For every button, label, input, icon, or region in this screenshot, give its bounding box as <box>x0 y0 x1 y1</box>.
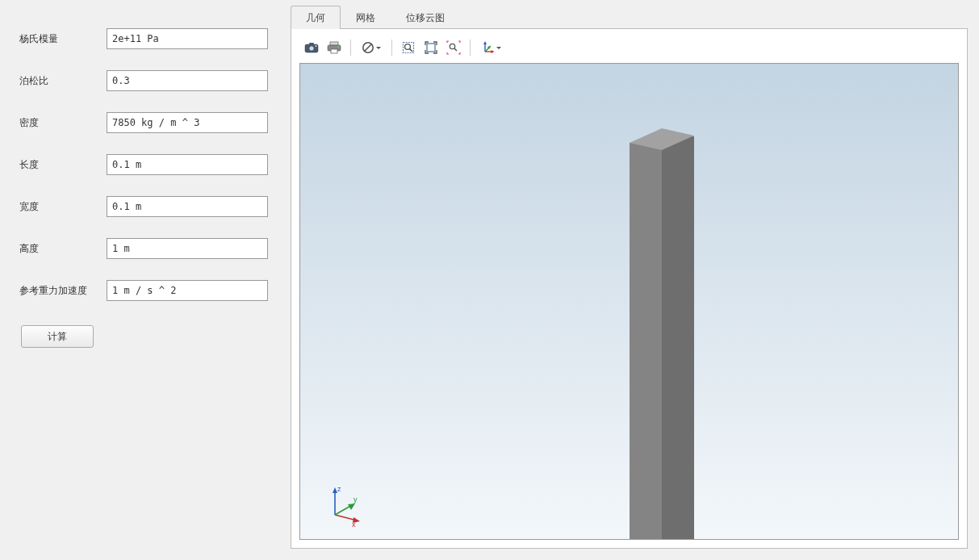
svg-rect-6 <box>331 49 337 53</box>
svg-point-7 <box>337 46 339 48</box>
no-entry-icon <box>362 41 374 54</box>
view-container: z x y <box>291 28 968 549</box>
axis-y-label: y <box>354 495 358 504</box>
label-length: 长度 <box>19 158 107 172</box>
svg-marker-17 <box>483 41 487 44</box>
zoom-selection-button[interactable] <box>443 38 464 57</box>
zoom-box-button[interactable] <box>420 38 441 57</box>
svg-point-14 <box>450 44 454 48</box>
svg-rect-13 <box>427 44 435 52</box>
row-length: 长度 <box>19 154 274 175</box>
input-length[interactable] <box>107 154 268 175</box>
row-width: 宽度 <box>19 196 274 217</box>
column-top-face <box>630 121 694 150</box>
row-gravity: 参考重力加速度 <box>19 280 274 301</box>
label-width: 宽度 <box>19 200 107 214</box>
viewport-toolbar <box>299 37 959 63</box>
column-right-face <box>662 136 694 540</box>
row-youngs-modulus: 杨氏模量 <box>19 28 274 49</box>
chevron-down-icon <box>496 47 501 49</box>
label-height: 高度 <box>19 242 107 256</box>
label-poisson-ratio: 泊松比 <box>19 74 107 88</box>
tab-geometry[interactable]: 几何 <box>291 6 341 29</box>
svg-line-12 <box>410 49 413 52</box>
svg-line-9 <box>365 44 371 51</box>
axis-triad-icon <box>480 40 495 55</box>
compute-button[interactable]: 计算 <box>21 325 94 348</box>
column-front-face <box>630 143 662 540</box>
row-density: 密度 <box>19 112 274 133</box>
label-density: 密度 <box>19 116 107 130</box>
toolbar-separator-3 <box>470 40 471 56</box>
input-gravity[interactable] <box>107 280 268 301</box>
input-width[interactable] <box>107 196 268 217</box>
printer-icon <box>327 41 341 54</box>
svg-rect-1 <box>309 43 314 45</box>
svg-line-15 <box>454 48 457 51</box>
tab-displacement[interactable]: 位移云图 <box>391 6 460 29</box>
input-youngs-modulus[interactable] <box>107 28 268 49</box>
zoom-box-icon <box>424 40 438 55</box>
label-gravity: 参考重力加速度 <box>19 284 107 298</box>
svg-rect-4 <box>330 42 338 45</box>
print-button[interactable] <box>324 38 345 57</box>
axis-gizmo: z x y <box>323 484 363 524</box>
input-height[interactable] <box>107 238 268 259</box>
axis-z-label: z <box>337 485 341 493</box>
zoom-extents-button[interactable] <box>398 38 419 57</box>
svg-marker-19 <box>492 50 495 53</box>
label-youngs-modulus: 杨氏模量 <box>19 32 107 46</box>
camera-icon <box>304 42 319 53</box>
row-height: 高度 <box>19 238 274 259</box>
snapshot-button[interactable] <box>301 38 322 57</box>
toolbar-separator-2 <box>391 40 392 56</box>
svg-point-2 <box>309 46 314 51</box>
zoom-extents-icon <box>401 40 416 55</box>
visualization-panel: 几何 网格 位移云图 <box>291 0 979 560</box>
tab-mesh[interactable]: 网格 <box>341 6 391 29</box>
chevron-down-icon <box>376 47 381 49</box>
tab-bar: 几何 网格 位移云图 <box>291 6 968 29</box>
transparency-dropdown[interactable] <box>357 38 386 57</box>
svg-point-11 <box>405 44 411 50</box>
input-density[interactable] <box>107 112 268 133</box>
view-orientation-dropdown[interactable] <box>476 38 505 57</box>
toolbar-separator-1 <box>350 40 351 56</box>
axis-x-label: x <box>352 520 356 529</box>
svg-point-3 <box>316 45 317 47</box>
zoom-selection-icon <box>446 40 461 55</box>
input-poisson-ratio[interactable] <box>107 70 268 91</box>
row-poisson-ratio: 泊松比 <box>19 70 274 91</box>
viewport-3d[interactable]: z x y <box>299 63 959 540</box>
geometry-column <box>630 128 694 540</box>
parameters-panel: 杨氏模量 泊松比 密度 长度 宽度 高度 参考重力加速度 计算 <box>0 0 291 560</box>
svg-marker-22 <box>630 128 694 150</box>
